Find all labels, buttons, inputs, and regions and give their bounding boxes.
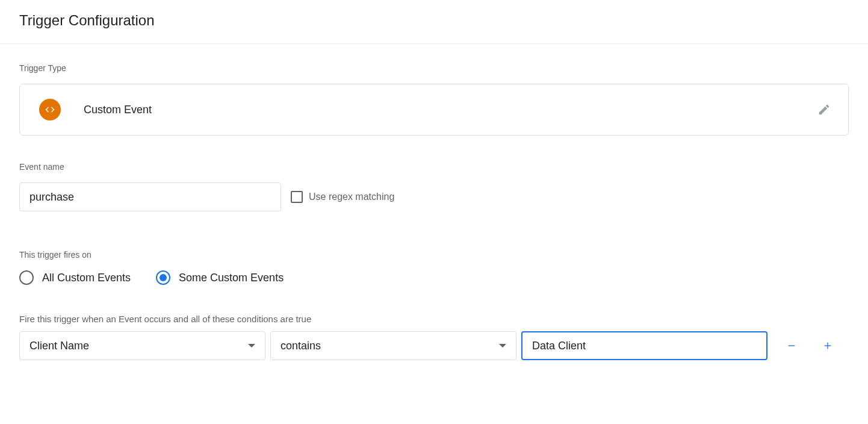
svg-rect-2 — [827, 343, 828, 349]
radio-label: Some Custom Events — [179, 272, 284, 284]
fires-on-label: This trigger fires on — [19, 250, 849, 260]
custom-event-icon — [39, 99, 61, 120]
trigger-type-name: Custom Event — [84, 104, 812, 116]
condition-value-input[interactable] — [521, 331, 767, 360]
trigger-type-label: Trigger Type — [19, 63, 849, 73]
condition-row: Client Name contains — [19, 331, 849, 360]
minus-icon — [787, 341, 796, 351]
regex-checkbox-label: Use regex matching — [309, 192, 394, 202]
event-name-label: Event name — [19, 162, 849, 172]
condition-variable-select[interactable]: Client Name — [19, 331, 265, 360]
svg-rect-0 — [789, 345, 795, 346]
page-title: Trigger Configuration — [19, 12, 849, 29]
chevron-down-icon — [248, 344, 255, 348]
radio-icon — [156, 270, 170, 285]
edit-trigger-type-button[interactable] — [812, 98, 836, 122]
radio-icon — [19, 270, 34, 285]
plus-icon — [823, 341, 832, 351]
radio-all-custom-events[interactable]: All Custom Events — [19, 270, 131, 285]
select-value: contains — [281, 340, 499, 352]
regex-checkbox[interactable] — [291, 191, 303, 203]
add-condition-button[interactable] — [816, 334, 840, 358]
chevron-down-icon — [499, 344, 506, 348]
select-value: Client Name — [29, 340, 248, 352]
conditions-help-text: Fire this trigger when an Event occurs a… — [19, 314, 849, 324]
condition-operator-select[interactable]: contains — [270, 331, 516, 360]
radio-some-custom-events[interactable]: Some Custom Events — [156, 270, 284, 285]
event-name-input[interactable] — [19, 182, 281, 211]
trigger-type-card[interactable]: Custom Event — [19, 84, 849, 136]
remove-condition-button[interactable] — [780, 334, 804, 358]
pencil-icon — [817, 103, 831, 116]
radio-label: All Custom Events — [42, 272, 131, 284]
